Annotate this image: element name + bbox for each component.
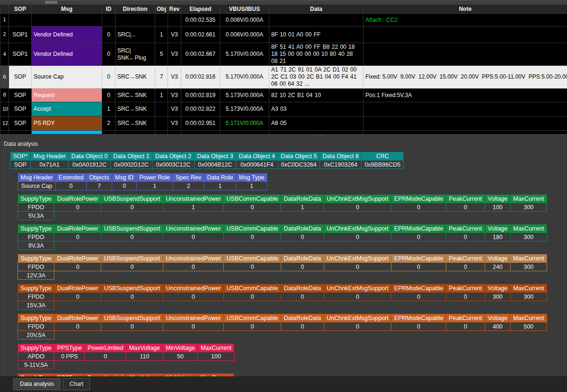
log-cell-sop[interactable]: SOP <box>9 102 32 116</box>
log-cell-obj[interactable]: 1 <box>155 27 168 43</box>
log-cell-rev[interactable]: V3 <box>168 116 181 131</box>
log-cell-elapsed[interactable]: 0:00:02.667 <box>181 43 220 66</box>
log-cell-elapsed[interactable]: 0:00:02.816 <box>181 66 220 89</box>
log-cell-msg[interactable]: Vendor Defined <box>32 43 102 66</box>
log-cell-vbus[interactable]: 0.006V/0.000A <box>220 14 269 27</box>
log-cell-vbus[interactable]: 5.173V/0.000A <box>220 89 269 102</box>
row-number[interactable]: 10 <box>0 102 9 116</box>
row-number[interactable]: 4 <box>0 43 9 66</box>
log-cell-id[interactable]: 0 <box>102 66 115 89</box>
log-cell-data[interactable]: 82 10 2C B1 04 10 <box>269 89 363 102</box>
log-col-header-msg[interactable]: Msg <box>32 5 102 14</box>
log-cell-rev[interactable]: V3 <box>168 102 181 116</box>
log-cell-sop[interactable] <box>9 131 32 134</box>
log-row[interactable]: 6SOPSource Cap0SRC→SNK7V30:00:02.8165.17… <box>0 66 567 89</box>
log-cell-id[interactable]: 2 <box>102 116 115 131</box>
splitter[interactable]: ······ <box>0 134 567 139</box>
log-cell-obj[interactable] <box>155 131 168 134</box>
tab-data-analysis[interactable]: Data analysis <box>13 378 61 390</box>
tab-chart[interactable]: Chart <box>63 378 90 390</box>
column-grip[interactable] <box>45 1 57 4</box>
log-cell-id[interactable]: 1 <box>102 102 115 116</box>
splitter-grip-icon[interactable]: ······ <box>310 133 324 138</box>
log-cell-rev[interactable]: V3 <box>168 66 181 89</box>
log-cell-note[interactable] <box>363 43 567 66</box>
log-cell-elapsed[interactable]: 0:00:02.822 <box>181 102 220 116</box>
log-cell-data[interactable]: 8F 10 01 A0 00 FF <box>269 27 363 43</box>
log-cell-id[interactable]: 0 <box>102 89 115 102</box>
log-col-header-rev[interactable]: Rev <box>168 5 181 14</box>
log-cell-msg[interactable]: Accept <box>32 102 102 116</box>
log-cell-note[interactable] <box>363 131 567 134</box>
log-cell-note[interactable] <box>363 116 567 131</box>
row-number[interactable]: 12 <box>0 116 9 131</box>
log-cell-sop[interactable]: SOP <box>9 66 32 89</box>
log-cell-sop[interactable]: SOP1 <box>9 27 32 43</box>
log-cell-msg[interactable] <box>32 14 102 27</box>
log-cell-sop[interactable] <box>9 14 32 27</box>
log-cell-elapsed[interactable]: 0:00:02.951 <box>181 116 220 131</box>
log-row[interactable]: 2SOP1Vendor Defined0SRC|...1V30:00:02.66… <box>0 27 567 43</box>
log-cell-direction[interactable]: SRC←SNK <box>115 89 155 102</box>
log-cell-data[interactable]: 8F 51 41 A0 00 FF B8 22 00 18 18 15 00 0… <box>269 43 363 66</box>
log-cell-obj[interactable]: 5 <box>155 43 168 66</box>
log-cell-direction[interactable]: SRC→SNK <box>115 116 155 131</box>
log-cell-rev[interactable]: V3 <box>168 27 181 43</box>
log-col-header-elapsed[interactable]: Elapsed <box>181 5 220 14</box>
log-cell-note[interactable] <box>363 27 567 43</box>
log-cell-id[interactable] <box>102 131 115 134</box>
log-cell-obj[interactable]: 7 <box>155 66 168 89</box>
log-col-header-direction[interactable]: Direction <box>115 5 155 14</box>
log-cell-data[interactable]: A3 03 <box>269 102 363 116</box>
log-cell-obj[interactable]: 1 <box>155 89 168 102</box>
log-cell-vbus[interactable]: 5.171V/0.000A <box>220 116 269 131</box>
log-row[interactable]: 10SOPAccept1SRC→SNKV30:00:02.8225.173V/0… <box>0 102 567 116</box>
log-cell-data[interactable] <box>269 14 363 27</box>
log-cell-vbus[interactable]: 5.170V/0.000A <box>220 43 269 66</box>
log-cell-direction[interactable]: SRC→SNK <box>115 66 155 89</box>
log-cell-vbus[interactable]: 5.170V/0.000A <box>220 66 269 89</box>
log-cell-obj[interactable] <box>155 102 168 116</box>
row-number[interactable]: 1 <box>0 14 9 27</box>
log-cell-data[interactable]: A1 71 2C 91 01 0A 2C D1 02 00 2C C1 03 0… <box>269 66 363 89</box>
log-cell-data[interactable]: A6 05 <box>269 116 363 131</box>
log-cell-id[interactable] <box>102 14 115 27</box>
log-cell-msg[interactable] <box>32 131 102 134</box>
log-row[interactable]: 10:00:02.5350.006V/0.000AAttach : CC2 <box>0 14 567 27</box>
row-number[interactable]: 8 <box>0 89 9 102</box>
log-cell-elapsed[interactable] <box>181 131 220 134</box>
log-col-header-id[interactable]: ID <box>102 5 115 14</box>
log-cell-elapsed[interactable]: 0:00:02.535 <box>181 14 220 27</box>
log-row[interactable]: 12SOPPS RDY2SRC→SNKV30:00:02.9515.171V/0… <box>0 116 567 131</box>
log-cell-id[interactable]: 0 <box>102 27 115 43</box>
log-row-partial[interactable] <box>0 131 567 134</box>
log-cell-direction[interactable]: SRC|... <box>115 27 155 43</box>
log-cell-note[interactable]: Attach : CC2 <box>363 14 567 27</box>
log-cell-note[interactable]: Pos:1 Fixed:5V,3A <box>363 89 567 102</box>
log-cell-direction[interactable]: SRC| SNK←Plug <box>115 43 155 66</box>
row-number[interactable]: 2 <box>0 27 9 43</box>
log-col-header-note[interactable]: Note <box>363 5 567 14</box>
log-cell-rev[interactable] <box>168 14 181 27</box>
log-cell-msg[interactable]: Request <box>32 89 102 102</box>
log-col-header-vbus[interactable]: VBUS/IBUS <box>220 5 269 14</box>
log-row[interactable]: 8SOPRequest0SRC←SNK1V30:00:02.8195.173V/… <box>0 89 567 102</box>
log-cell-elapsed[interactable]: 0:00:02.661 <box>181 27 220 43</box>
log-cell-vbus[interactable]: 5.173V/0.000A <box>220 102 269 116</box>
log-cell-msg[interactable]: Vendor Defined <box>32 27 102 43</box>
log-cell-obj[interactable] <box>155 14 168 27</box>
log-col-header-sop[interactable]: SOP <box>9 5 32 14</box>
log-cell-rev[interactable]: V3 <box>168 43 181 66</box>
log-cell-direction[interactable] <box>115 14 155 27</box>
log-cell-elapsed[interactable]: 0:00:02.819 <box>181 89 220 102</box>
log-col-header-data[interactable]: Data <box>269 5 363 14</box>
row-number[interactable]: 6 <box>0 66 9 89</box>
log-cell-obj[interactable] <box>155 116 168 131</box>
log-cell-id[interactable]: 0 <box>102 43 115 66</box>
log-cell-msg[interactable]: Source Cap <box>32 66 102 89</box>
log-cell-direction[interactable]: SRC→SNK <box>115 102 155 116</box>
log-cell-sop[interactable]: SOP1 <box>9 43 32 66</box>
log-cell-note[interactable]: Fixed: 5.00V 9.00V 12.00V 15.00V 20.00V … <box>363 66 567 89</box>
log-cell-rev[interactable] <box>168 131 181 134</box>
log-col-header-num[interactable] <box>0 5 9 14</box>
